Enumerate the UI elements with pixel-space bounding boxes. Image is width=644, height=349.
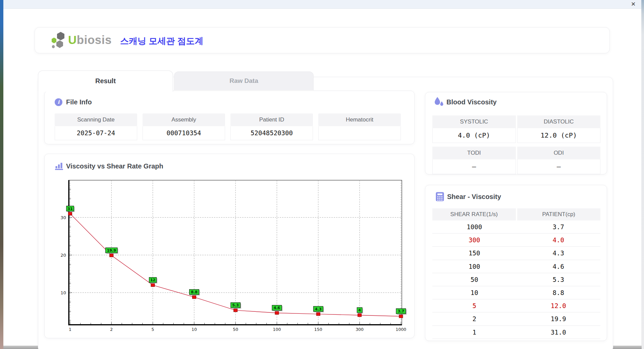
svg-text:30: 30 [60,215,66,220]
blood-value: 4.0 (cP) [432,128,516,143]
field-label: Assembly [143,113,225,126]
shear-cell: 4.3 [517,247,601,259]
field-label: Scanning Date [55,113,137,126]
blood-value: – [517,159,601,174]
shear-viscosity-table: SHEAR RATE(1/s)PATIENT(cp)10003.73004.01… [432,208,600,339]
field-value: 52048520300 [230,126,313,140]
svg-text:1000: 1000 [395,327,406,332]
shear-cell: 1000 [432,220,517,233]
viscosity-chart: 102030125105010015030010003119.9128.85.3… [57,175,413,333]
svg-text:4.3: 4.3 [315,307,322,311]
svg-text:150: 150 [314,327,322,332]
shear-viscosity-card: Shear - Viscosity SHEAR RATE(1/s)PATIENT… [425,185,607,341]
shear-table-row: 108.8 [432,286,600,299]
svg-text:10: 10 [192,327,197,332]
shear-cell: 5 [432,299,517,312]
shear-cell: 300 [432,234,517,246]
blood-col-header: ODI [517,147,601,159]
shear-table-row: 1004.6 [432,260,600,273]
svg-text:3.7: 3.7 [398,309,405,313]
file-info-field: Patient ID52048520300 [230,113,313,140]
svg-text:2: 2 [110,327,113,332]
field-value: 2025-07-24 [55,126,137,140]
shear-cell: 19.9 [517,312,601,325]
shear-cell: 1 [432,326,517,339]
svg-text:300: 300 [356,327,364,332]
svg-text:5.3: 5.3 [232,303,239,307]
shear-cell: 31.0 [517,326,601,339]
svg-text:4: 4 [358,308,361,312]
shear-cell: 150 [432,247,517,259]
ubiosis-logo-icon [51,31,68,50]
shear-col-header: PATIENT(cp) [517,208,601,220]
shear-cell: 4.0 [517,234,601,246]
file-info-title: File Info [66,98,92,106]
file-info-fields: Scanning Date2025-07-24Assembly000710354… [55,113,401,140]
brand-u: U [68,33,77,46]
app-window: Ubiosis 스캐닝 모세관 점도계 Result Raw Data i Fi… [3,9,641,346]
close-icon[interactable]: ✕ [630,1,637,8]
svg-text:50: 50 [233,327,238,332]
blood-viscosity-card: Blood Viscosity SYSTOLICDIASTOLIC4.0 (cP… [425,92,607,174]
svg-text:100: 100 [273,327,281,332]
shear-table-row: 512.0 [432,299,600,312]
svg-text:31: 31 [67,207,72,211]
shear-viscosity-title: Shear - Viscosity [447,193,501,201]
shear-table-row: 1504.3 [432,247,600,260]
desktop-wallpaper-strip [0,0,3,349]
calculator-icon [436,192,444,201]
blood-viscosity-title: Blood Viscosity [446,98,497,106]
shear-table-row: 10003.7 [432,220,600,234]
shear-cell: 4.6 [517,260,601,273]
graph-card: Viscosity vs Shear Rate Graph 1020301251… [44,154,415,338]
shear-cell: 100 [432,260,517,273]
shear-table-row: 131.0 [432,326,600,339]
svg-text:20: 20 [60,253,66,258]
shear-cell: 10 [432,286,517,299]
blood-value: 12.0 (cP) [517,128,601,143]
brand-wordmark: Ubiosis [68,28,112,54]
file-info-field: Scanning Date2025-07-24 [55,113,137,140]
file-info-field: Hematocrit [318,113,401,140]
file-info-card: i File Info Scanning Date2025-07-24Assem… [44,91,415,144]
scrollbar-track[interactable] [641,0,644,349]
bar-chart-icon [55,162,63,170]
shear-cell: 2 [432,312,517,325]
shear-col-header: SHEAR RATE(1/s) [432,208,516,220]
tab-result[interactable]: Result [38,70,173,92]
tab-raw-data[interactable]: Raw Data [174,71,314,90]
shear-table-row: 219.9 [432,312,600,326]
shear-table-row: 3004.0 [432,234,600,247]
brand-rest: biosis [77,33,112,46]
svg-text:12: 12 [150,278,155,282]
header-card: Ubiosis 스캐닝 모세관 점도계 [35,27,610,53]
file-info-field: Assembly000710354 [143,113,225,140]
droplets-icon [434,97,444,107]
blood-viscosity-table: SYSTOLICDIASTOLIC4.0 (cP)12.0 (cP)TODIOD… [432,115,600,174]
info-icon: i [55,98,62,106]
svg-text:4.6: 4.6 [274,306,280,310]
field-label: Patient ID [230,113,313,126]
app-title: 스캐닝 모세관 점도계 [120,28,203,54]
field-value [318,126,401,140]
blood-col-header: TODI [432,147,516,159]
graph-title: Viscosity vs Shear Rate Graph [66,162,163,170]
field-label: Hematocrit [318,113,401,126]
field-value: 000710354 [143,126,225,140]
svg-text:5: 5 [152,327,154,332]
shear-cell: 50 [432,273,517,286]
blood-value: – [432,159,516,174]
shear-cell: 5.3 [517,273,601,286]
blood-col-header: SYSTOLIC [432,115,516,128]
shear-cell: 8.8 [517,286,601,299]
svg-text:19.9: 19.9 [107,248,116,253]
svg-text:10: 10 [60,290,66,295]
blood-col-header: DIASTOLIC [517,115,601,128]
window-titlebar: ✕ [3,0,641,9]
shear-table-row: 505.3 [432,273,600,286]
svg-text:8.8: 8.8 [191,290,198,294]
shear-cell: 3.7 [517,220,601,233]
shear-cell: 12.0 [517,299,601,312]
svg-text:1: 1 [69,327,71,332]
